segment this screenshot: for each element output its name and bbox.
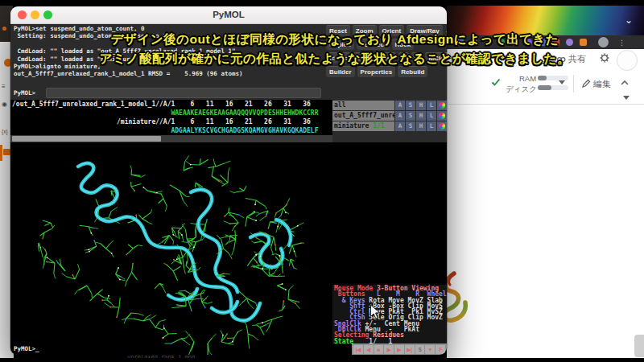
object-s-menu-button[interactable]: S: [406, 121, 415, 131]
subtitle-line-2: アミノ酸配列が確かに元の作品と似たような形状となることが確認できました。: [100, 51, 570, 68]
gui-button-rebuild[interactable]: Rebuild: [398, 66, 427, 77]
chevron-up-icon[interactable]: [620, 79, 630, 87]
object-row: out_A_5fff7_unreASHL: [332, 111, 447, 121]
divider: [573, 75, 574, 93]
letterbox-bottom: [0, 358, 644, 362]
sequence-scrollbar-thumb[interactable]: [12, 136, 161, 142]
share-button[interactable]: 共有: [568, 53, 586, 65]
extension-icon[interactable]: [566, 39, 573, 46]
movie-control-button[interactable]: |◀: [353, 345, 363, 354]
movie-control-button[interactable]: ◀: [364, 345, 374, 354]
kebab-menu-icon[interactable]: ⋮: [618, 39, 625, 47]
sequence-ruler: /miniature//A/1 6 11 16 21 26 31 36: [10, 117, 332, 126]
avatar[interactable]: [617, 50, 638, 71]
object-color-menu-button[interactable]: [437, 101, 447, 110]
sequence-viewer[interactable]: /out_A_5fff7_unrelaxed_rank_1_model_1//A…: [10, 100, 332, 135]
movie-control-button[interactable]: ▶: [384, 345, 394, 354]
movie-control-button[interactable]: ▶|: [405, 345, 415, 354]
object-h-menu-button[interactable]: H: [416, 121, 426, 131]
edit-pencil-icon: [581, 79, 591, 88]
object-l-menu-button[interactable]: L: [427, 121, 436, 131]
sequence-residues[interactable]: ADGAALYKSCVGCHGADGSKQAMGVGHAVKGQKADELF: [10, 126, 332, 135]
status-dot: [2, 27, 6, 31]
movie-controls: |◀◀■▶▶▶|S▼F: [352, 343, 447, 355]
movie-control-button[interactable]: S: [415, 345, 425, 354]
files-icon[interactable]: [3, 149, 10, 155]
sequence-residues[interactable]: WAEAAKEAEGKEAAGAAQQQVVQPDESHHEHWDKCCRR: [10, 109, 332, 117]
extension-icon[interactable]: [580, 39, 587, 46]
cell-menu-caret-icon[interactable]: [623, 96, 630, 100]
edit-button[interactable]: 編集: [593, 78, 611, 90]
object-l-menu-button[interactable]: L: [427, 101, 436, 110]
letterbox-top: [0, 0, 644, 6]
hamburger-icon[interactable]: ≡: [2, 84, 6, 90]
sidebar-active-indicator: [0, 145, 2, 161]
sequence-ruler: /out_A_5fff7_unrelaxed_rank_1_model_1//A…: [10, 100, 332, 109]
object-color-menu-button[interactable]: [437, 111, 447, 121]
titlebar[interactable]: PyMOL: [10, 6, 447, 24]
object-a-menu-button[interactable]: A: [395, 111, 405, 121]
object-s-menu-button[interactable]: S: [406, 101, 415, 110]
command-prompt: PyMOL>: [14, 89, 35, 97]
object-a-menu-button[interactable]: A: [395, 121, 405, 131]
mouse-cursor: [369, 304, 381, 320]
gui-button-properties[interactable]: Properties: [357, 66, 396, 77]
window-title: PyMOL: [10, 10, 447, 19]
connected-check-icon: [491, 78, 501, 86]
object-h-menu-button[interactable]: H: [416, 101, 426, 110]
movie-control-button[interactable]: ■: [374, 345, 384, 354]
object-name[interactable]: out_A_5fff7_unre: [332, 111, 394, 121]
object-name[interactable]: all: [332, 101, 394, 110]
object-panel: allASHLout_A_5fff7_unreASHLminiature 1/1…: [332, 101, 447, 131]
chevron-down-icon[interactable]: ⌄: [625, 14, 633, 26]
command-input[interactable]: [46, 88, 321, 98]
object-name[interactable]: miniature 1/1: [332, 121, 394, 131]
object-row: miniature 1/1ASHL: [332, 121, 447, 131]
object-a-menu-button[interactable]: A: [395, 101, 405, 110]
divider: [448, 104, 644, 105]
resources-caret-icon[interactable]: [559, 80, 565, 84]
search-icon[interactable]: ◉: [2, 101, 7, 108]
gui-button-builder[interactable]: Builder: [326, 66, 355, 77]
object-color-menu-button[interactable]: [437, 121, 447, 131]
notebook-page: [447, 49, 644, 358]
disk-label: ディスク: [506, 84, 537, 95]
command-row: PyMOL>: [10, 87, 324, 100]
scroll-indicator[interactable]: [634, 335, 644, 357]
gear-icon[interactable]: [599, 52, 610, 64]
object-row: allASHL: [332, 101, 447, 110]
object-state: 1/1: [373, 122, 384, 130]
subtitle-line-1: デザイン後のoutとほぼ同様の形状になっており Afdesignによって出てきた: [111, 31, 559, 48]
movie-control-button[interactable]: F: [436, 345, 445, 354]
mouse-mode-panel: Mouse Mode 3-Button Viewing Buttons L M …: [332, 285, 447, 344]
object-l-menu-button[interactable]: L: [427, 111, 436, 121]
sequence-scrollbar[interactable]: [10, 135, 332, 142]
movie-control-button[interactable]: ▶: [394, 345, 404, 354]
object-s-menu-button[interactable]: S: [406, 111, 415, 121]
disk-meter: [538, 85, 568, 90]
browser-avatar[interactable]: [598, 37, 609, 47]
ram-label: RAM: [519, 74, 536, 83]
viewport-prompt: PyMOL>_: [14, 345, 39, 352]
object-h-menu-button[interactable]: H: [416, 111, 426, 121]
variables-icon[interactable]: {x}: [2, 129, 8, 135]
movie-control-button[interactable]: ▼: [425, 345, 435, 354]
